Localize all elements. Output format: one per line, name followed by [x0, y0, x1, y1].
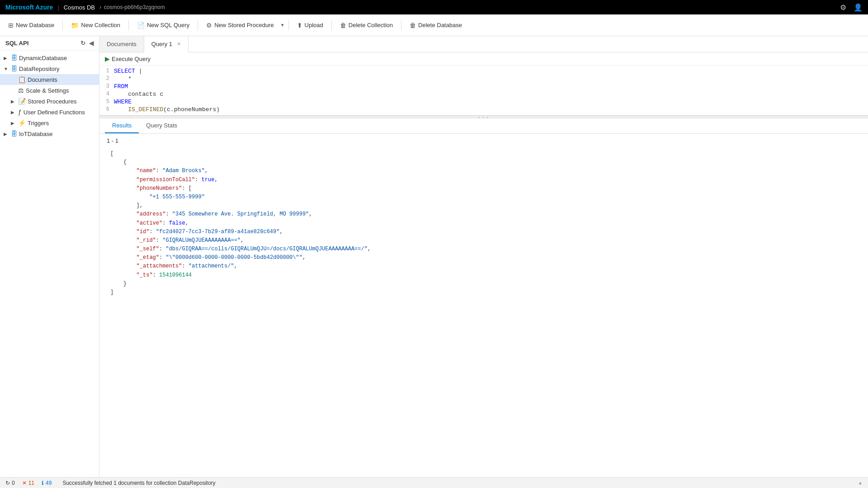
results-tab-query-stats[interactable]: Query Stats	[139, 118, 184, 133]
json-line-active: "active": false,	[107, 219, 861, 228]
tab-query1-label: Query 1	[151, 41, 172, 47]
results-json[interactable]: [ { "name": "Adam Brooks", "permissionTo…	[99, 148, 868, 477]
sidebar-item-data-repository[interactable]: ▼ 🗄 DataRepository	[0, 63, 99, 74]
results-tab-results[interactable]: Results	[105, 118, 139, 133]
collection-icon: 📋	[18, 76, 26, 83]
iot-database-icon: 🗄	[11, 130, 17, 137]
content-area: Documents Query 1 ✕ ▶ Execute Query 1 SE…	[99, 36, 868, 477]
results-pane: Results Query Stats 1 - 1 [ { "name": "A…	[99, 118, 868, 477]
toolbar-divider-4	[288, 20, 289, 31]
json-line-bracket-close: ]	[107, 288, 861, 297]
title-bar: Microsoft Azure | Cosmos DB › cosmos-pb6…	[0, 0, 868, 14]
code-editor[interactable]: 1 SELECT 2 * 3 FROM 4 contacts c 5	[99, 66, 868, 115]
code-line-5: 5 WHERE	[99, 98, 868, 106]
sidebar-item-dynamic-database[interactable]: ▶ 🗄 DynamicDatabase	[0, 52, 99, 63]
info-icon: ℹ	[42, 480, 44, 486]
new-database-icon: ⊞	[8, 22, 14, 29]
stored-procedure-dropdown-arrow[interactable]: ▼	[280, 23, 285, 28]
expand-triggers-icon: ▶	[11, 121, 16, 126]
sidebar-item-scale-settings[interactable]: ⚖ Scale & Settings	[0, 85, 99, 96]
expand-udf-icon: ▶	[11, 110, 16, 115]
new-collection-icon: 📁	[71, 22, 79, 29]
refresh-count: 0	[12, 480, 15, 486]
sidebar-header: SQL API ↻ ◀	[0, 36, 99, 51]
iot-database-label: IoTDatabase	[19, 131, 95, 137]
new-database-button[interactable]: ⊞ New Database	[4, 19, 59, 32]
play-icon: ▶	[105, 55, 110, 62]
status-info: ℹ 49	[42, 480, 52, 486]
status-message: Successfully fetched 1 documents for col…	[62, 480, 215, 486]
sidebar: SQL API ↻ ◀ ▶ 🗄 DynamicDatabase ▼ 🗄 Data…	[0, 36, 99, 477]
titlebar-icons: ⚙ 👤	[840, 3, 863, 12]
delete-collection-label: Delete Collection	[349, 22, 393, 28]
data-repository-label: DataRepository	[19, 66, 95, 72]
info-count: 49	[46, 480, 52, 486]
sidebar-item-iot-database[interactable]: ▶ 🗄 IoTDatabase	[0, 128, 99, 139]
json-line-name: "name": "Adam Brooks",	[107, 167, 861, 175]
json-line-phone-key: "phoneNumbers": [	[107, 184, 861, 193]
refresh-icon[interactable]: ↻	[80, 40, 85, 47]
sidebar-tree: ▶ 🗄 DynamicDatabase ▼ 🗄 DataRepository 📋…	[0, 51, 99, 141]
breadcrumb: › cosmos-pb6h6p3zgqnom	[99, 4, 165, 10]
tabs-bar: Documents Query 1 ✕	[99, 36, 868, 52]
collapse-icon[interactable]: ◀	[89, 40, 94, 47]
sidebar-item-stored-procedures[interactable]: ▶ 📝 Stored Procedures	[0, 96, 99, 107]
error-count: 11	[28, 480, 34, 486]
new-collection-label: New Collection	[81, 22, 120, 28]
error-icon: ✕	[22, 480, 27, 486]
execute-bar: ▶ Execute Query	[99, 52, 868, 66]
json-line-attachments: "_attachments": "attachments/",	[107, 262, 861, 271]
triggers-icon: ⚡	[18, 119, 26, 127]
brand-logo: Microsoft Azure	[5, 4, 53, 11]
json-line-id: "id": "fc2d4027-7cc3-7b29-af89-a41ae828c…	[107, 228, 861, 236]
sidebar-title: SQL API	[5, 40, 28, 47]
tab-query1-close[interactable]: ✕	[177, 41, 181, 47]
new-collection-button[interactable]: 📁 New Collection	[66, 19, 125, 32]
upload-icon: ⬆	[297, 22, 302, 29]
status-expand-arrow[interactable]: ▲	[858, 480, 863, 485]
new-database-label: New Database	[16, 22, 54, 28]
title-sep1: |	[57, 4, 59, 11]
main-layout: SQL API ↻ ◀ ▶ 🗄 DynamicDatabase ▼ 🗄 Data…	[0, 36, 868, 477]
json-line-brace-close: }	[107, 280, 861, 288]
udf-label: User Defined Functions	[24, 109, 95, 116]
json-line-permission: "permissionToCall": true,	[107, 176, 861, 184]
delete-collection-button[interactable]: 🗑 Delete Collection	[335, 19, 397, 32]
delete-collection-icon: 🗑	[340, 22, 346, 29]
code-line-6: 6 IS_DEFINED(c.phoneNumbers)	[99, 106, 868, 113]
expand-dynamic-db-icon: ▶	[4, 56, 9, 61]
results-tab-results-label: Results	[112, 122, 132, 129]
upload-button[interactable]: ⬆ Upload	[292, 19, 328, 32]
json-line-phone-value: "+1 555-555-9999"	[107, 193, 861, 202]
udf-icon: ƒ	[18, 108, 22, 116]
json-line-brace-open: {	[107, 158, 861, 167]
delete-database-button[interactable]: 🗑 Delete Database	[405, 19, 467, 32]
delete-database-icon: 🗑	[410, 22, 416, 29]
sidebar-item-documents[interactable]: 📋 Documents	[0, 74, 99, 85]
new-stored-procedure-button[interactable]: ⚙ New Stored Procedure	[202, 19, 278, 32]
upload-label: Upload	[305, 22, 323, 28]
json-line-rid: "_rid": "GIQRALUmQJUEAAAAAAAA==",	[107, 236, 861, 245]
query-editor-container: ▶ Execute Query 1 SELECT 2 * 3 FROM	[99, 52, 868, 116]
toolbar-divider-3	[198, 20, 198, 31]
account-icon[interactable]: 👤	[854, 3, 863, 12]
breadcrumb-connection: cosmos-pb6h6p3zgqnom	[104, 4, 165, 10]
tab-documents[interactable]: Documents	[99, 36, 144, 52]
sidebar-item-triggers[interactable]: ▶ ⚡ Triggers	[0, 117, 99, 128]
new-sql-query-icon: 📄	[137, 22, 145, 29]
json-line-address: "address": "345 Somewhere Ave. Springfie…	[107, 210, 861, 219]
settings-icon[interactable]: ⚙	[840, 3, 846, 12]
toolbar-divider-2	[128, 20, 129, 31]
refresh-status-icon[interactable]: ↻	[5, 480, 10, 486]
expand-sp-icon: ▶	[11, 99, 16, 104]
new-sql-query-button[interactable]: 📄 New SQL Query	[132, 19, 194, 32]
delete-database-label: Delete Database	[418, 22, 462, 28]
sidebar-item-udf[interactable]: ▶ ƒ User Defined Functions	[0, 107, 99, 117]
tab-documents-label: Documents	[107, 41, 137, 47]
tab-query1[interactable]: Query 1 ✕	[144, 36, 189, 52]
toolbar-divider-1	[62, 20, 63, 31]
code-line-4: 4 contacts c	[99, 90, 868, 98]
execute-query-button[interactable]: ▶ Execute Query	[105, 55, 151, 62]
results-count: 1 - 1	[99, 134, 868, 148]
json-line-bracket-open: [	[107, 150, 861, 158]
